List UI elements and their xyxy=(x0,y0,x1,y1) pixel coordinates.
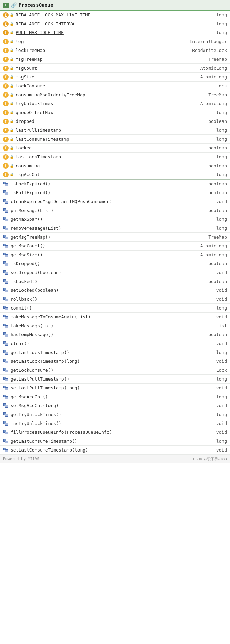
field-type-icon: f xyxy=(3,163,9,169)
method-name: rollback() xyxy=(11,297,214,302)
field-row[interactable]: f 🔒 msgAccCnt long xyxy=(0,170,230,179)
method-name: getMsgTreeMap() xyxy=(11,234,205,240)
method-icon xyxy=(3,368,9,373)
method-row[interactable]: incTryUnlockTimes() void xyxy=(0,419,230,428)
field-name: lockConsume xyxy=(16,83,214,88)
lock-icon: 🔒 xyxy=(10,31,14,34)
link-icon: 🔗 xyxy=(11,2,17,8)
field-row[interactable]: f 🔒 lastPullTimestamp long xyxy=(0,126,230,135)
method-name: getMsgAccCnt() xyxy=(11,394,214,399)
field-name: log xyxy=(16,39,187,44)
lock-icon: 🔒 xyxy=(10,66,14,70)
method-row[interactable]: setLastLockTimestamp(long) void xyxy=(0,357,230,366)
lock-icon: 🔒 xyxy=(10,48,14,52)
method-row[interactable]: setLastConsumeTimestamp(long) void xyxy=(0,446,230,455)
field-row[interactable]: f 🔒 msgCount AtomicLong xyxy=(0,64,230,73)
field-row[interactable]: f 🔒 PULL_MAX_IDLE_TIME long xyxy=(0,28,230,37)
method-row[interactable]: isPullExpired() boolean xyxy=(0,188,230,197)
method-row[interactable]: takeMessags(int) List xyxy=(0,321,230,330)
watermark-right: CSDN @段子手-183 xyxy=(193,457,227,462)
method-name: removeMessage(List) xyxy=(11,226,214,231)
method-row[interactable]: getMaxSpan() long xyxy=(0,215,230,224)
method-row[interactable]: hasTempMessage() boolean xyxy=(0,330,230,339)
method-name: setLastConsumeTimestamp(long) xyxy=(11,447,214,453)
field-row[interactable]: f 🔒 log InternalLogger xyxy=(0,37,230,46)
field-name: REBALANCE_LOCK_MAX_LIVE_TIME xyxy=(16,12,214,17)
method-row[interactable]: getMsgTreeMap() TreeMap xyxy=(0,233,230,242)
field-row[interactable]: f 🔒 locked boolean xyxy=(0,144,230,153)
method-row[interactable]: setDropped(boolean) void xyxy=(0,268,230,277)
method-row[interactable]: getMsgCount() AtomicLong xyxy=(0,242,230,251)
method-row[interactable]: rollback() void xyxy=(0,295,230,304)
method-row[interactable]: getLockConsume() Lock xyxy=(0,366,230,375)
field-type: TreeMap xyxy=(208,92,227,97)
method-return-type: AtomicLong xyxy=(200,243,227,248)
field-row[interactable]: f 🔒 REBALANCE_LOCK_MAX_LIVE_TIME long xyxy=(0,11,230,19)
method-name: setLastLockTimestamp(long) xyxy=(11,359,214,364)
field-name: dropped xyxy=(16,119,205,124)
field-row[interactable]: f 🔒 msgTreeMap TreeMap xyxy=(0,55,230,64)
method-name: getLastPullTimestamp() xyxy=(11,376,214,382)
method-icon xyxy=(3,439,9,444)
field-row[interactable]: f 🔒 consuming boolean xyxy=(0,161,230,170)
method-row[interactable]: getLastLockTimestamp() long xyxy=(0,348,230,357)
field-row[interactable]: f 🔒 lastLockTimestamp long xyxy=(0,153,230,161)
method-row[interactable]: commit() long xyxy=(0,304,230,313)
method-name: getMsgCount() xyxy=(11,243,198,248)
method-return-type: void xyxy=(216,270,227,275)
class-header: C 🔗 ProcessQueue xyxy=(0,0,230,11)
method-row[interactable]: makeMessageToCosumeAgain(List) void xyxy=(0,313,230,321)
method-row[interactable]: isDropped() boolean xyxy=(0,259,230,268)
field-name: msgAccCnt xyxy=(16,172,214,177)
method-name: getLastConsumeTimestamp() xyxy=(11,439,214,444)
field-type-icon: f xyxy=(3,21,9,27)
method-return-type: void xyxy=(216,359,227,364)
field-type: AtomicLong xyxy=(200,101,227,106)
method-row[interactable]: isLocked() boolean xyxy=(0,277,230,286)
method-name: takeMessags(int) xyxy=(11,323,214,328)
method-name: getLockConsume() xyxy=(11,368,214,373)
method-row[interactable]: setLocked(boolean) void xyxy=(0,286,230,295)
field-row[interactable]: f 🔒 queueOffsetMax long xyxy=(0,108,230,117)
method-row[interactable]: getTryUnlockTimes() long xyxy=(0,410,230,419)
method-name: getMsgSize() xyxy=(11,252,198,257)
field-row[interactable]: f 🔒 lockTreeMap ReadWriteLock xyxy=(0,46,230,55)
method-row[interactable]: putMessage(List) boolean xyxy=(0,206,230,215)
method-icon xyxy=(3,376,9,382)
method-return-type: void xyxy=(216,421,227,426)
method-icon xyxy=(3,234,9,240)
field-type-icon: f xyxy=(3,39,9,44)
method-return-type: void xyxy=(216,385,227,390)
lock-icon: 🔒 xyxy=(10,93,14,97)
method-row[interactable]: getLastConsumeTimestamp() long xyxy=(0,437,230,446)
method-row[interactable]: clear() void xyxy=(0,339,230,348)
method-row[interactable]: setLastPullTimestamp(long) void xyxy=(0,384,230,392)
method-name: clear() xyxy=(11,341,214,346)
field-row[interactable]: f 🔒 consumingMsgOrderlyTreeMap TreeMap xyxy=(0,90,230,99)
method-row[interactable]: getMsgSize() AtomicLong xyxy=(0,251,230,259)
method-name: cleanExpiredMsg(DefaultMQPushConsumer) xyxy=(11,199,214,204)
method-name: setMsgAccCnt(long) xyxy=(11,403,214,408)
field-row[interactable]: f 🔒 tryUnlockTimes AtomicLong xyxy=(0,99,230,108)
method-row[interactable]: getLastPullTimestamp() long xyxy=(0,375,230,384)
field-name: REBALANCE_LOCK_INTERVAL xyxy=(16,21,214,26)
method-return-type: void xyxy=(216,447,227,453)
method-icon xyxy=(3,430,9,435)
field-row[interactable]: f 🔒 REBALANCE_LOCK_INTERVAL long xyxy=(0,19,230,28)
field-type: Lock xyxy=(216,83,227,88)
field-row[interactable]: f 🔒 msgSize AtomicLong xyxy=(0,73,230,82)
method-row[interactable]: setMsgAccCnt(long) void xyxy=(0,401,230,410)
method-row[interactable]: isLockExpired() boolean xyxy=(0,180,230,188)
method-row[interactable]: cleanExpiredMsg(DefaultMQPushConsumer) v… xyxy=(0,197,230,206)
method-row[interactable]: removeMessage(List) long xyxy=(0,224,230,233)
method-return-type: Lock xyxy=(216,368,227,373)
field-row[interactable]: f 🔒 lockConsume Lock xyxy=(0,82,230,90)
method-return-type: boolean xyxy=(208,181,227,186)
field-row[interactable]: f 🔒 lastConsumeTimestamp long xyxy=(0,135,230,144)
field-type-icon: f xyxy=(3,119,9,124)
method-row[interactable]: fillProcessQueueInfo(ProcessQueueInfo) v… xyxy=(0,428,230,437)
method-return-type: boolean xyxy=(208,261,227,266)
method-icon xyxy=(3,252,9,258)
method-row[interactable]: getMsgAccCnt() long xyxy=(0,392,230,401)
field-row[interactable]: f 🔒 dropped boolean xyxy=(0,117,230,126)
